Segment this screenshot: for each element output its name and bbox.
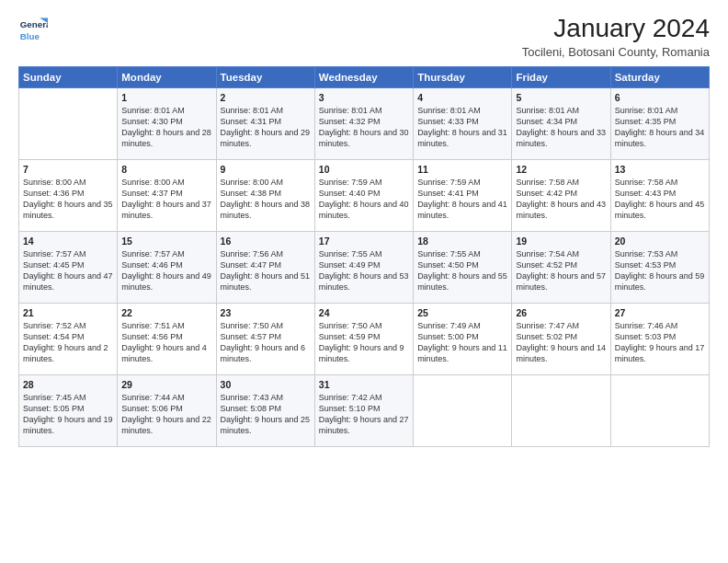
day-cell: 14Sunrise: 7:57 AMSunset: 4:45 PMDayligh… [19,231,118,303]
day-number: 26 [516,306,606,319]
day-number: 31 [319,378,409,391]
daylight-text: Daylight: 8 hours and 45 minutes. [615,199,705,221]
day-number: 19 [516,235,606,247]
day-cell: 15Sunrise: 7:57 AMSunset: 4:46 PMDayligh… [118,231,216,303]
sunset-text: Sunset: 5:03 PM [615,331,705,342]
week-row-1: 1Sunrise: 8:01 AMSunset: 4:30 PMDaylight… [19,87,710,159]
daylight-text: Daylight: 8 hours and 28 minutes. [121,127,211,149]
daylight-text: Daylight: 8 hours and 38 minutes. [221,199,311,221]
daylight-text: Daylight: 8 hours and 29 minutes. [221,127,311,149]
sunset-text: Sunset: 4:31 PM [221,116,311,127]
day-cell: 8Sunrise: 8:00 AMSunset: 4:37 PMDaylight… [118,159,216,231]
day-cell: 30Sunrise: 7:43 AMSunset: 5:08 PMDayligh… [216,374,314,446]
svg-text:Blue: Blue [20,31,40,41]
day-number: 5 [516,91,606,104]
sunrise-text: Sunrise: 7:58 AM [516,177,606,188]
sunrise-text: Sunrise: 8:01 AM [319,105,409,116]
daylight-text: Daylight: 8 hours and 53 minutes. [319,270,409,293]
day-cell: 2Sunrise: 8:01 AMSunset: 4:31 PMDaylight… [216,87,314,159]
sunrise-text: Sunrise: 8:00 AM [23,177,113,188]
day-cell: 6Sunrise: 8:01 AMSunset: 4:35 PMDaylight… [610,87,709,159]
sunset-text: Sunset: 5:05 PM [23,403,113,414]
col-header-sunday: Sunday [19,66,118,87]
day-cell: 9Sunrise: 8:00 AMSunset: 4:38 PMDaylight… [216,159,314,231]
daylight-text: Daylight: 9 hours and 27 minutes. [319,414,409,436]
sunset-text: Sunset: 4:37 PM [121,188,211,199]
sunset-text: Sunset: 4:36 PM [23,188,113,199]
header-row: SundayMondayTuesdayWednesdayThursdayFrid… [19,66,710,87]
day-number: 6 [615,91,705,104]
day-cell: 26Sunrise: 7:47 AMSunset: 5:02 PMDayligh… [512,303,610,374]
day-cell [610,374,709,446]
daylight-text: Daylight: 8 hours and 34 minutes. [615,127,705,149]
sunset-text: Sunset: 5:02 PM [516,331,606,342]
sunrise-text: Sunrise: 7:57 AM [121,248,211,259]
day-cell: 1Sunrise: 8:01 AMSunset: 4:30 PMDaylight… [118,87,216,159]
subtitle: Tocileni, Botosani County, Romania [522,45,710,59]
sunset-text: Sunset: 4:42 PM [516,188,606,199]
day-number: 17 [319,235,409,247]
daylight-text: Daylight: 9 hours and 6 minutes. [221,342,311,364]
day-number: 15 [121,235,211,247]
sunset-text: Sunset: 4:32 PM [319,116,409,127]
day-cell: 27Sunrise: 7:46 AMSunset: 5:03 PMDayligh… [610,303,709,374]
day-number: 4 [417,91,507,104]
day-cell: 23Sunrise: 7:50 AMSunset: 4:57 PMDayligh… [216,303,314,374]
sunset-text: Sunset: 4:59 PM [319,331,409,342]
logo: General Blue [18,15,48,44]
week-row-4: 21Sunrise: 7:52 AMSunset: 4:54 PMDayligh… [19,303,710,374]
sunrise-text: Sunrise: 8:01 AM [417,105,507,116]
sunset-text: Sunset: 4:52 PM [516,259,606,270]
daylight-text: Daylight: 8 hours and 33 minutes. [516,127,606,149]
week-row-3: 14Sunrise: 7:57 AMSunset: 4:45 PMDayligh… [19,231,710,303]
sunrise-text: Sunrise: 8:01 AM [516,105,606,116]
sunrise-text: Sunrise: 7:54 AM [516,248,606,259]
day-number: 14 [23,235,113,247]
day-cell: 5Sunrise: 8:01 AMSunset: 4:34 PMDaylight… [512,87,610,159]
sunset-text: Sunset: 4:46 PM [121,259,211,270]
sunrise-text: Sunrise: 8:00 AM [121,177,211,188]
day-cell: 13Sunrise: 7:58 AMSunset: 4:43 PMDayligh… [610,159,709,231]
day-cell: 10Sunrise: 7:59 AMSunset: 4:40 PMDayligh… [314,159,413,231]
day-number: 1 [121,91,211,104]
sunset-text: Sunset: 4:34 PM [516,116,606,127]
day-number: 24 [319,306,409,319]
sunset-text: Sunset: 5:10 PM [319,403,409,414]
main-title: January 2024 [522,15,710,43]
daylight-text: Daylight: 9 hours and 22 minutes. [121,414,211,436]
sunrise-text: Sunrise: 7:43 AM [221,392,311,403]
col-header-tuesday: Tuesday [216,66,314,87]
day-cell: 28Sunrise: 7:45 AMSunset: 5:05 PMDayligh… [19,374,118,446]
day-cell: 19Sunrise: 7:54 AMSunset: 4:52 PMDayligh… [512,231,610,303]
day-number: 12 [516,163,606,176]
logo-icon: General Blue [18,15,48,44]
sunrise-text: Sunrise: 7:53 AM [615,248,705,259]
daylight-text: Daylight: 8 hours and 43 minutes. [516,199,606,221]
day-number: 21 [23,306,113,319]
col-header-friday: Friday [512,66,610,87]
day-cell: 29Sunrise: 7:44 AMSunset: 5:06 PMDayligh… [118,374,216,446]
sunrise-text: Sunrise: 8:01 AM [615,105,705,116]
sunset-text: Sunset: 5:08 PM [221,403,311,414]
week-row-5: 28Sunrise: 7:45 AMSunset: 5:05 PMDayligh… [19,374,710,446]
day-number: 16 [221,235,311,247]
daylight-text: Daylight: 8 hours and 31 minutes. [417,127,507,149]
sunrise-text: Sunrise: 7:57 AM [23,248,113,259]
day-number: 28 [23,378,113,391]
day-number: 10 [319,163,409,176]
sunset-text: Sunset: 4:30 PM [121,116,211,127]
day-number: 23 [221,306,311,319]
sunrise-text: Sunrise: 7:51 AM [121,320,211,331]
sunrise-text: Sunrise: 7:55 AM [417,248,507,259]
daylight-text: Daylight: 8 hours and 35 minutes. [23,199,113,221]
sunrise-text: Sunrise: 7:50 AM [319,320,409,331]
sunrise-text: Sunrise: 8:00 AM [221,177,311,188]
sunrise-text: Sunrise: 7:59 AM [417,177,507,188]
sunrise-text: Sunrise: 7:58 AM [615,177,705,188]
daylight-text: Daylight: 9 hours and 19 minutes. [23,414,113,436]
day-cell: 7Sunrise: 8:00 AMSunset: 4:36 PMDaylight… [19,159,118,231]
day-number: 18 [417,235,507,247]
sunrise-text: Sunrise: 8:01 AM [221,105,311,116]
col-header-thursday: Thursday [414,66,512,87]
day-cell: 4Sunrise: 8:01 AMSunset: 4:33 PMDaylight… [414,87,512,159]
